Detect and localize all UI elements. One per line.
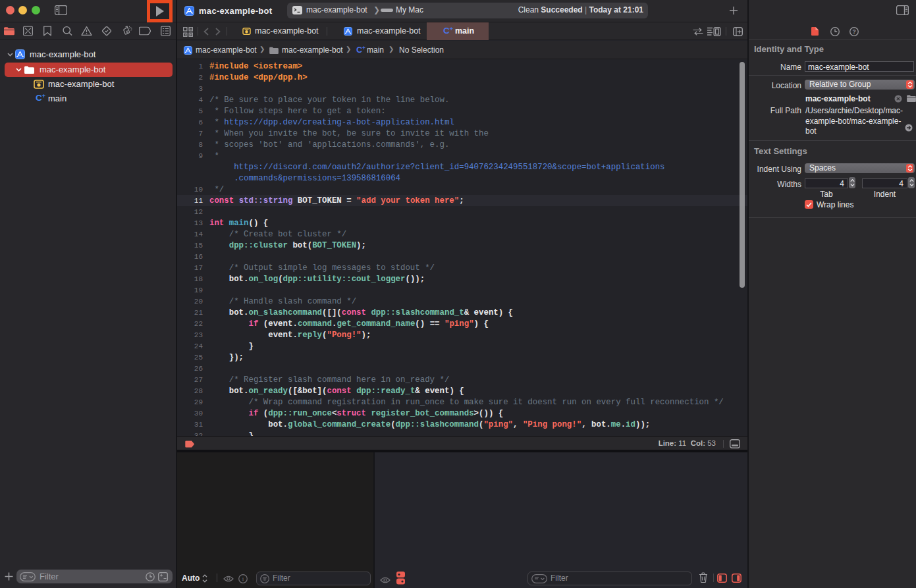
svg-text:?: ? bbox=[852, 28, 855, 35]
svg-text:i: i bbox=[242, 575, 244, 582]
